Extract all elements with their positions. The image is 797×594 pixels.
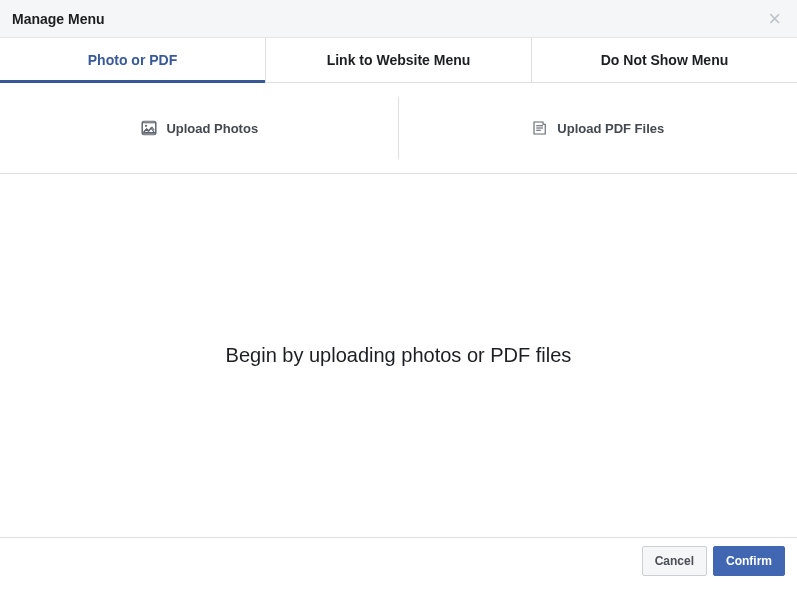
tabs-container: Photo or PDF Link to Website Menu Do Not… — [0, 38, 797, 83]
confirm-button[interactable]: Confirm — [713, 546, 785, 576]
photo-icon — [140, 119, 158, 137]
cancel-button[interactable]: Cancel — [642, 546, 707, 576]
tab-do-not-show-menu[interactable]: Do Not Show Menu — [532, 38, 797, 82]
main-content: Begin by uploading photos or PDF files — [0, 174, 797, 537]
close-icon: × — [768, 6, 781, 31]
upload-pdf-label: Upload PDF Files — [557, 121, 664, 136]
modal-footer: Cancel Confirm — [0, 537, 797, 584]
svg-point-1 — [145, 125, 147, 127]
close-button[interactable]: × — [764, 8, 785, 30]
tab-photo-or-pdf[interactable]: Photo or PDF — [0, 38, 266, 82]
modal-header: Manage Menu × — [0, 0, 797, 38]
tab-label: Photo or PDF — [88, 52, 177, 68]
upload-options: Upload Photos Upload PDF Files — [0, 83, 797, 174]
document-icon — [531, 119, 549, 137]
tab-label: Do Not Show Menu — [601, 52, 729, 68]
empty-state-message: Begin by uploading photos or PDF files — [226, 344, 572, 367]
upload-pdf-option[interactable]: Upload PDF Files — [399, 83, 798, 173]
upload-photos-label: Upload Photos — [166, 121, 258, 136]
tab-link-to-website-menu[interactable]: Link to Website Menu — [266, 38, 532, 82]
tab-label: Link to Website Menu — [327, 52, 471, 68]
upload-photos-option[interactable]: Upload Photos — [0, 83, 399, 173]
modal-title: Manage Menu — [12, 11, 105, 27]
